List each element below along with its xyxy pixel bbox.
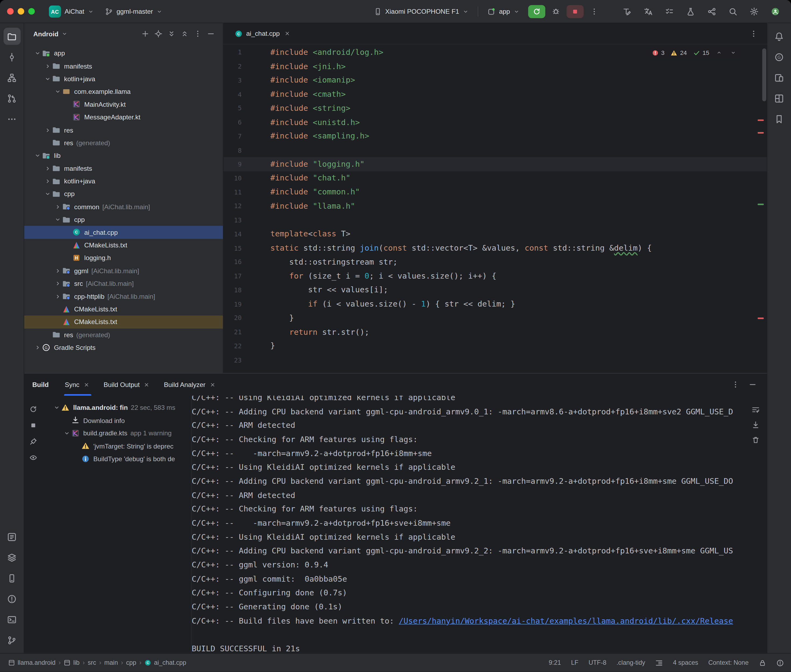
expand-all-icon[interactable] — [165, 28, 178, 40]
experiments-icon[interactable] — [683, 4, 698, 19]
line-ending[interactable]: LF — [571, 659, 578, 666]
project-tree-item[interactable]: cpp — [24, 188, 223, 201]
editor-tab-ai-chat-cpp[interactable]: C ai_chat.cpp — [229, 23, 296, 44]
structure-icon[interactable] — [3, 69, 21, 86]
code-line[interactable]: 8 — [223, 143, 767, 157]
project-tree-item[interactable]: Hlogging.h — [24, 252, 223, 265]
code-style-icon[interactable] — [655, 659, 663, 667]
code-line[interactable]: 19 if (i < values.size() - 1) { str << d… — [223, 297, 767, 311]
device-manager-icon[interactable] — [770, 69, 788, 86]
chevron-right-icon[interactable] — [43, 164, 52, 173]
project-tree-item[interactable]: com.example.llama — [24, 85, 223, 98]
chevron-down-icon[interactable] — [43, 74, 52, 83]
project-view-mode[interactable]: Android — [34, 30, 58, 38]
settings-icon[interactable] — [747, 4, 762, 19]
project-tree-item[interactable]: ggml[AiChat.lib.main] — [24, 264, 223, 277]
project-tree-item[interactable]: cpp-httplib[AiChat.lib.main] — [24, 290, 223, 303]
code-line[interactable]: 17 for (size_t i = 0; i < values.size();… — [223, 269, 767, 283]
pin-icon[interactable] — [27, 435, 40, 448]
vcs-branch-selector[interactable]: ggml-master — [101, 3, 167, 19]
inspections-widget[interactable]: 3 24 15 — [649, 48, 741, 58]
breadcrumb-item[interactable]: Cai_chat.cpp — [143, 659, 187, 666]
notifications-icon[interactable] — [770, 28, 788, 45]
pull-requests-icon[interactable] — [3, 90, 21, 107]
share-link-icon[interactable] — [704, 4, 719, 19]
project-tree-item[interactable]: Cai_chat.cpp — [24, 226, 223, 239]
readonly-lock-icon[interactable] — [759, 659, 766, 667]
rerun-icon[interactable] — [27, 403, 40, 416]
build-output-link[interactable]: /Users/hanyin/Workspace/ai-chat/examples… — [399, 616, 733, 626]
code-line[interactable]: 6#include <unistd.h> — [223, 115, 767, 130]
close-tab-button[interactable] — [143, 381, 151, 389]
minimize-window-button[interactable] — [18, 8, 24, 14]
commit-icon[interactable] — [3, 48, 21, 66]
project-tree-item[interactable]: MessageAdapter.kt — [24, 111, 223, 124]
text-tools-icon[interactable] — [619, 4, 635, 19]
project-tree-item[interactable]: lib — [24, 149, 223, 162]
version-control-icon[interactable] — [3, 631, 21, 649]
clang-tidy-config[interactable]: .clang-tidy — [616, 659, 645, 666]
build-variants-icon[interactable] — [3, 549, 21, 566]
error-stripe-mark[interactable] — [757, 132, 764, 134]
chevron-right-icon[interactable] — [53, 292, 62, 301]
breadcrumb-item[interactable]: src — [87, 659, 97, 666]
project-tree-item[interactable]: manifests — [24, 162, 223, 175]
project-tree-item[interactable]: res — [24, 124, 223, 137]
code-line[interactable]: 10#include "chat.h" — [223, 171, 767, 185]
fullscreen-window-button[interactable] — [28, 8, 35, 14]
locate-file-icon[interactable] — [152, 28, 164, 40]
project-tree-item[interactable]: res(generated) — [24, 328, 223, 341]
indent-setting[interactable]: 4 spaces — [673, 659, 698, 666]
hide-build-panel-button[interactable] — [747, 379, 759, 391]
minus-icon[interactable] — [205, 28, 217, 40]
problems-icon[interactable] — [3, 590, 21, 608]
project-tree-item[interactable]: common[AiChat.lib.main] — [24, 200, 223, 213]
build-tab-build-analyzer[interactable]: Build Analyzer — [159, 373, 221, 395]
code-line[interactable]: 3#include <iomanip> — [223, 74, 767, 87]
project-tree-item[interactable]: CMakeLists.txt — [24, 316, 223, 329]
close-tab-button[interactable] — [209, 381, 217, 389]
chevron-right-icon[interactable] — [33, 343, 42, 352]
next-problem-button[interactable] — [729, 49, 738, 57]
soft-wrap-icon[interactable] — [749, 404, 762, 416]
terminal-icon[interactable] — [3, 611, 21, 628]
project-tree-item[interactable]: kotlin+java — [24, 72, 223, 85]
code-line[interactable]: 23 — [223, 353, 767, 367]
project-selector[interactable]: AC AiChat — [45, 3, 98, 19]
file-encoding[interactable]: UTF-8 — [589, 659, 606, 666]
code-line[interactable]: 14template<class T> — [223, 227, 767, 241]
breadcrumb-item[interactable]: main — [103, 659, 119, 666]
build-tree-item[interactable]: 'jvmTarget: String' is deprec — [42, 440, 191, 453]
debug-button[interactable] — [550, 5, 562, 18]
chevron-down-icon[interactable] — [53, 87, 62, 96]
scroll-end-icon[interactable] — [749, 419, 762, 431]
chevron-right-icon[interactable] — [53, 266, 62, 275]
profile-avatar-icon[interactable] — [768, 4, 783, 19]
code-line[interactable]: 9#include "logging.h" — [223, 157, 767, 171]
collapse-all-icon[interactable] — [179, 28, 191, 40]
stop-gray-icon[interactable] — [27, 419, 40, 432]
close-window-button[interactable] — [7, 8, 13, 14]
breadcrumb-item[interactable]: cpp — [125, 659, 137, 666]
chevron-right-icon[interactable] — [53, 279, 62, 288]
error-stripe-mark[interactable] — [757, 119, 764, 121]
device-selector[interactable]: Xiaomi POCOPHONE F1 — [369, 3, 473, 19]
project-tree-item[interactable]: res(generated) — [24, 136, 223, 149]
code-line[interactable]: 18 str << values[i]; — [223, 283, 767, 297]
warning-count[interactable]: 24 — [671, 50, 687, 56]
project-tree-item[interactable]: src[AiChat.lib.main] — [24, 277, 223, 290]
editor-scrollbar[interactable] — [762, 48, 766, 101]
code-line[interactable]: 12#include "llama.h" — [223, 199, 767, 213]
build-tree-item[interactable]: Download info — [42, 414, 191, 427]
project-tree-item[interactable]: GGradle Scripts — [24, 341, 223, 354]
build-tab-build-output[interactable]: Build Output — [98, 373, 156, 395]
todo-icon[interactable] — [3, 528, 21, 546]
code-line[interactable]: 13 — [223, 213, 767, 227]
more-tool-windows-icon[interactable] — [3, 110, 21, 128]
bookmarks-icon[interactable] — [770, 110, 788, 128]
chevron-down-icon[interactable] — [43, 190, 52, 199]
run-configuration-selector[interactable]: app — [483, 3, 523, 19]
layout-inspector-icon[interactable] — [770, 90, 788, 107]
breadcrumb-item[interactable]: llama.android — [7, 659, 56, 666]
chevron-right-icon[interactable] — [43, 126, 52, 135]
